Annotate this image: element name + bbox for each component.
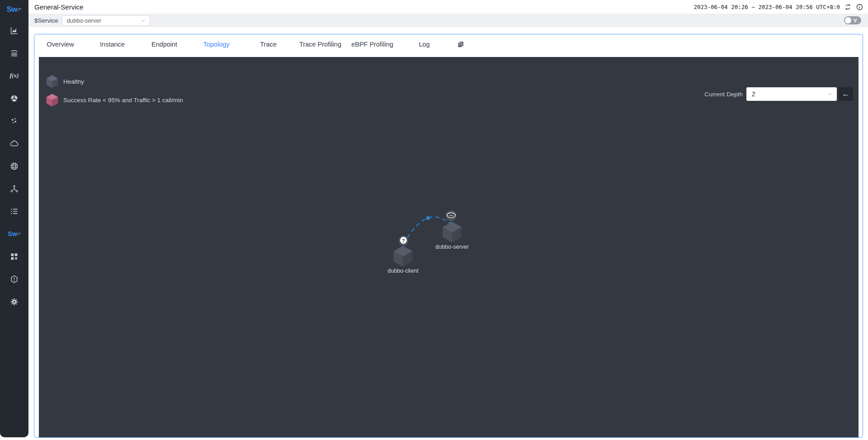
globe-icon [9,161,19,171]
gear-icon [9,297,19,307]
hexagon-alert-icon [9,274,19,284]
sidebar-item-list[interactable] [0,200,28,222]
tab-endpoint[interactable]: Endpoint [138,41,190,48]
sidebar: Sw f(x) [0,0,28,437]
service-select-value: dubbo-server [67,17,102,24]
dubbo-badge-glyph: dubbo [449,215,453,217]
node-label-dubbo-server: dubbo-server [435,244,469,250]
service-select[interactable]: dubbo-server [62,15,150,26]
sw-logo-icon: Sw [8,230,17,237]
toggle-knob [845,17,851,24]
refresh-button[interactable] [844,3,852,11]
sidebar-item-marketplace[interactable] [0,245,28,268]
skywalking-logo-text: Sw [7,5,18,14]
tab-log[interactable]: Log [398,41,450,48]
version-toggle[interactable]: V [844,16,861,24]
page-title: General-Service [34,3,83,11]
sidebar-item-pie[interactable] [0,87,28,109]
molecule-icon [9,184,19,194]
tab-ebpf-profiling[interactable]: eBPF Profiling [346,41,398,48]
tab-bar: Overview Instance Endpoint Topology Trac… [34,34,863,54]
tab-instance[interactable]: Instance [86,41,138,48]
list-icon [9,207,19,216]
copy-tabs-button[interactable] [457,40,465,48]
header: General-Service 2023-06-04 20:26 ~ 2023-… [28,0,868,14]
sidebar-item-globe[interactable] [0,155,28,177]
sidebar-item-layers[interactable] [0,42,28,64]
info-icon [856,3,863,11]
edge-midpoint-dot [426,216,430,220]
logo-swoosh-icon [18,7,22,12]
node-dubbo-server[interactable]: dubbo dubbo-server [435,210,469,250]
sidebar-item-alarm[interactable] [0,268,28,290]
tab-trace-profiling[interactable]: Trace Profiling [294,41,346,48]
scatter-dots-icon [9,116,19,126]
topology-graph[interactable]: ? dubbo-client dubbo dubbo-server [39,57,859,438]
node-label-dubbo-client: dubbo-client [387,268,419,274]
bar-chart-icon [9,26,19,35]
grid-plus-icon [9,252,19,261]
tab-overview[interactable]: Overview [34,41,86,48]
service-bar: $Service dubbo-server V [28,14,868,27]
time-range-picker[interactable]: 2023-06-04 20:26 ~ 2023-06-04 20:56 UTC+… [693,4,840,10]
info-button[interactable] [856,3,863,11]
refresh-icon [844,3,852,11]
dashboard-card: Overview Instance Endpoint Topology Trac… [34,34,863,438]
toggle-label: V [854,18,857,23]
sidebar-item-cloud[interactable] [0,132,28,155]
sidebar-item-sw-exporter[interactable]: Sw [0,222,28,245]
sidebar-item-molecule[interactable] [0,177,28,200]
sw-swoosh-icon [17,232,21,236]
tab-trace[interactable]: Trace [242,41,294,48]
function-icon: f(x) [9,72,19,79]
service-variable-label: $Service [34,17,58,24]
chevron-down-icon [140,18,146,24]
pie-icon [9,94,19,103]
sidebar-item-scatter[interactable] [0,109,28,132]
sidebar-item-function[interactable]: f(x) [0,64,28,87]
cloud-icon [9,138,19,148]
layers-icon [9,48,19,58]
node-dubbo-client[interactable]: ? dubbo-client [387,236,419,274]
copy-icon [457,40,465,48]
sidebar-item-settings[interactable] [0,290,28,313]
sidebar-item-bar-chart[interactable] [0,19,28,42]
topology-panel: Healthy Success Rate < 95% and Traffic >… [39,57,859,438]
skywalking-logo[interactable]: Sw [7,0,22,19]
question-badge-glyph: ? [402,238,405,243]
tab-topology[interactable]: Topology [190,41,242,48]
